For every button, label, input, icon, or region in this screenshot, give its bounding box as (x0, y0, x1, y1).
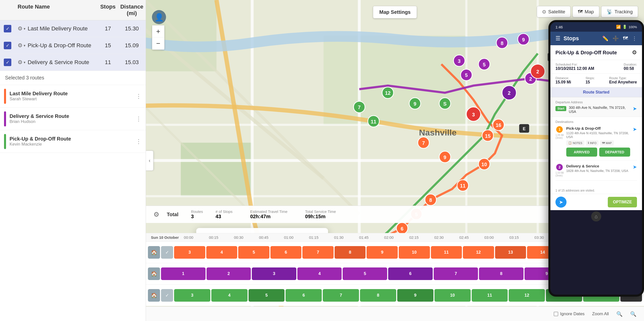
timeline-menu-btn-1[interactable]: ⋮ (136, 93, 142, 100)
table-row[interactable]: ✓ ⚙ ▾ Pick-Up & Drop-Off Route 15 15.09 (0, 37, 146, 54)
tl-stop-7[interactable]: 7 (302, 246, 334, 259)
arrived-button[interactable]: ARRIVED (566, 148, 597, 157)
tl-home-green[interactable]: 🏠 (148, 289, 160, 302)
tl-g-stop-11[interactable]: 11 (472, 289, 508, 302)
timeline-menu-btn-3[interactable]: ⋮ (136, 138, 142, 145)
zoom-out-timeline-icon[interactable]: 🔍 (630, 311, 636, 317)
map-collapse-button[interactable]: ‹ (146, 151, 153, 171)
info-button[interactable]: ℹ INFO (586, 140, 598, 146)
tl-g-stop-12[interactable]: 12 (509, 289, 545, 302)
tl-stop-9[interactable]: 9 (367, 246, 398, 259)
phone-more-icon[interactable]: ⋮ (632, 35, 637, 41)
row-checkbox-1[interactable]: ✓ (0, 25, 15, 32)
map-button[interactable]: 🗺 Map (573, 6, 599, 17)
gear-settings-icon[interactable]: ⚙ (153, 211, 159, 218)
tl-p-stop-8[interactable]: 8 (479, 267, 524, 280)
checkbox-checked-icon[interactable]: ✓ (4, 25, 11, 32)
time-tick: 00:30 (234, 235, 244, 240)
row-gear-1[interactable]: ⚙ ▾ (15, 25, 28, 32)
timeline-menu-btn-2[interactable]: ⋮ (136, 115, 142, 122)
phone-battery-pct: 100% (629, 25, 637, 29)
zoom-all-button[interactable]: Zoom All (592, 311, 609, 316)
navigate-icon[interactable]: ➤ (633, 106, 637, 112)
phone-settings-icon[interactable]: ⚙ (632, 49, 637, 56)
phone-navigate-button[interactable]: ➤ (555, 197, 567, 208)
map-zoom-controls: + − (152, 25, 165, 50)
table-row[interactable]: ✓ ⚙ ▾ Delivery & Service Route 11 15.03 (0, 54, 146, 71)
total-label: Total (167, 212, 178, 217)
gear-icon[interactable]: ⚙ (18, 59, 23, 66)
tl-stop-3[interactable]: 3 (174, 246, 205, 259)
ignore-dates-control[interactable]: Ignore Dates (554, 311, 585, 316)
phone-menu-icon[interactable]: ☰ (555, 35, 560, 42)
row-checkbox-2[interactable]: ✓ (0, 42, 15, 49)
tl-p-stop-4[interactable]: 4 (297, 267, 342, 280)
tl-stop-11[interactable]: 11 (431, 246, 462, 259)
gear-icon[interactable]: ⚙ (18, 25, 23, 32)
svg-text:9: 9 (414, 101, 416, 107)
svg-text:11: 11 (460, 183, 466, 189)
phone-add-icon[interactable]: ➕ (613, 35, 619, 41)
row-gear-2[interactable]: ⚙ ▾ (15, 42, 28, 49)
svg-text:6: 6 (401, 226, 404, 232)
tl-g-stop-4[interactable]: 4 (211, 289, 248, 302)
table-row[interactable]: ✓ ⚙ ▾ Last Mile Delivery Route 17 15.30 (0, 20, 146, 37)
phone-map-icon[interactable]: 🗺 (623, 35, 628, 41)
tl-g-stop-7[interactable]: 7 (323, 289, 359, 302)
row-gear-3[interactable]: ⚙ ▾ (15, 59, 28, 66)
svg-text:5: 5 (483, 62, 486, 67)
phone-home-button[interactable]: ⌂ (591, 211, 601, 221)
tl-g-stop-9[interactable]: 9 (397, 289, 433, 302)
checkbox-checked-icon[interactable]: ✓ (4, 59, 11, 66)
tl-check-stop[interactable]: ✓ (161, 246, 173, 259)
route-color-bar-1 (4, 89, 6, 104)
tl-p-stop-5[interactable]: 5 (343, 267, 387, 280)
optimize-button[interactable]: OPTIMIZE (608, 197, 637, 207)
navigate-dest-2-icon[interactable]: ➤ (633, 164, 637, 170)
tl-g-stop-5[interactable]: 5 (249, 289, 285, 302)
map-settings-button[interactable]: Map Settings (373, 6, 417, 18)
tl-p-stop-2[interactable]: 2 (207, 267, 251, 280)
tl-home-purple[interactable]: 🏠 (148, 267, 160, 280)
map-dest-button[interactable]: 🗺 MAP (600, 140, 614, 146)
route-started-badge: Route Started (550, 87, 642, 97)
timeline-row-1: Last Mile Delivery Route Sarah Stewart ⋮ (0, 85, 146, 108)
tl-stop-12[interactable]: 12 (463, 246, 494, 259)
phone-edit-icon[interactable]: ✏️ (602, 35, 609, 41)
ignore-dates-checkbox[interactable] (554, 312, 558, 316)
map-dest-icon: 🗺 (602, 142, 605, 145)
tl-stop-4[interactable]: 4 (206, 246, 237, 259)
zoom-in-timeline-icon[interactable]: 🔍 (616, 311, 623, 317)
person-icon[interactable]: 👤 (152, 10, 166, 24)
tl-stop-10[interactable]: 10 (399, 246, 430, 259)
row-checkbox-3[interactable]: ✓ (0, 59, 15, 66)
tl-check-green[interactable]: ✓ (161, 289, 173, 302)
zoom-in-button[interactable]: + (152, 25, 164, 37)
gear-icon[interactable]: ⚙ (18, 42, 23, 49)
tl-p-stop-1[interactable]: 1 (161, 267, 206, 280)
zoom-out-button[interactable]: − (152, 37, 164, 50)
time-tick: 02:45 (459, 235, 469, 240)
tracking-button[interactable]: 📡 Tracking (601, 6, 638, 17)
tl-p-stop-3[interactable]: 3 (252, 267, 296, 280)
route-stops-2: 15 (98, 42, 118, 49)
tl-stop-6[interactable]: 6 (270, 246, 302, 259)
route-table: Route Name Stops Distance (mi) ✓ ⚙ ▾ Las… (0, 0, 146, 71)
tl-g-stop-6[interactable]: 6 (286, 289, 322, 302)
phone-mockup: 1:46 📶 🔋 100% ☰ Stops ✏️ ➕ 🗺 ⋮ Pick-Up &… (548, 20, 644, 297)
navigate-dest-1-icon[interactable]: ➤ (633, 126, 637, 132)
departed-button[interactable]: DEPARTED (599, 148, 630, 157)
tl-stop-5[interactable]: 5 (238, 246, 269, 259)
satellite-button[interactable]: ⊙ Satellite (537, 6, 571, 17)
stops-label: # of Stops (216, 209, 233, 214)
tl-stop-13[interactable]: 13 (495, 246, 526, 259)
checkbox-checked-icon[interactable]: ✓ (4, 42, 11, 49)
notes-button[interactable]: 📋 NOTES (566, 140, 584, 146)
tl-p-stop-7[interactable]: 7 (434, 267, 478, 280)
tl-g-stop-3[interactable]: 3 (174, 289, 210, 302)
tl-home-stop[interactable]: 🏠 (148, 246, 160, 259)
tl-g-stop-8[interactable]: 8 (360, 289, 396, 302)
tl-stop-8[interactable]: 8 (335, 246, 366, 259)
tl-p-stop-6[interactable]: 6 (388, 267, 433, 280)
tl-g-stop-10[interactable]: 10 (434, 289, 471, 302)
